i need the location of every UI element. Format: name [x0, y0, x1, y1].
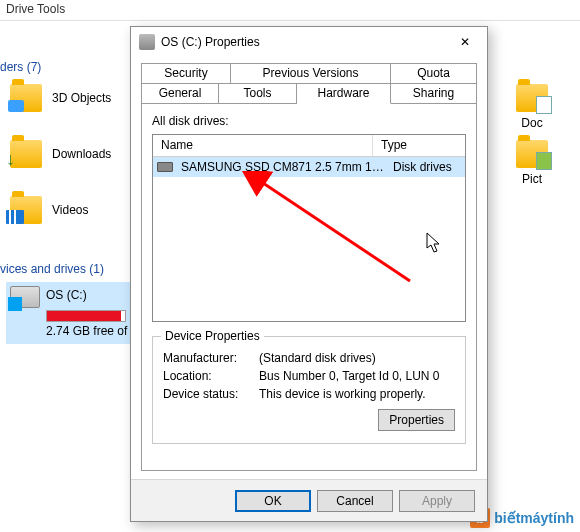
dialog-titlebar[interactable]: OS (C:) Properties ✕ [131, 27, 487, 57]
dialog-title: OS (C:) Properties [161, 35, 443, 49]
column-header-type[interactable]: Type [373, 135, 465, 156]
device-status-value: This device is working properly. [259, 387, 455, 401]
cancel-button[interactable]: Cancel [317, 490, 393, 512]
list-header[interactable]: Name Type [153, 135, 465, 157]
devices-group-header: vices and drives (1) [0, 262, 104, 276]
device-status-label: Device status: [163, 387, 259, 401]
close-button[interactable]: ✕ [443, 27, 487, 57]
folder-icon [10, 196, 42, 224]
list-row[interactable]: SAMSUNG SSD CM871 2.5 7mm 128GB Disk dri… [153, 157, 465, 177]
disk-drive-icon [157, 162, 173, 172]
drive-item-os-c[interactable]: OS (C:) 2.74 GB free of [6, 282, 132, 344]
folder-label: Doc [521, 116, 542, 130]
folder-icon [10, 84, 42, 112]
group-legend: Device Properties [161, 329, 264, 343]
location-label: Location: [163, 369, 259, 383]
drive-label: OS (C:) [46, 288, 128, 302]
folder-item-documents[interactable]: Doc [516, 84, 548, 130]
properties-button[interactable]: Properties [378, 409, 455, 431]
ok-button[interactable]: OK [235, 490, 311, 512]
tab-previous-versions[interactable]: Previous Versions [231, 63, 391, 84]
folder-label: 3D Objects [52, 91, 111, 105]
folder-item-3d-objects[interactable]: 3D Objects [10, 84, 111, 112]
column-header-name[interactable]: Name [153, 135, 373, 156]
ribbon-divider [0, 20, 580, 21]
device-properties-group: Device Properties Manufacturer: (Standar… [152, 336, 466, 444]
folder-icon [10, 140, 42, 168]
row-name: SAMSUNG SSD CM871 2.5 7mm 128GB [177, 160, 389, 174]
ribbon-tab-drive-tools[interactable]: Drive Tools [6, 2, 65, 16]
properties-dialog: OS (C:) Properties ✕ Security Previous V… [130, 26, 488, 522]
dialog-button-row: OK Cancel Apply [131, 479, 487, 521]
tab-strip: Security Previous Versions Quota General… [141, 63, 477, 104]
tab-general[interactable]: General [141, 83, 219, 104]
close-icon: ✕ [460, 35, 470, 49]
folder-item-downloads[interactable]: Downloads [10, 140, 111, 168]
drive-free-text: 2.74 GB free of [46, 324, 128, 338]
tab-sharing[interactable]: Sharing [391, 83, 477, 104]
watermark-text: biếtmáytính [494, 510, 574, 526]
folder-label: Downloads [52, 147, 111, 161]
folders-group-header: ders (7) [0, 60, 41, 74]
manufacturer-label: Manufacturer: [163, 351, 259, 365]
tab-hardware[interactable]: Hardware [297, 83, 391, 104]
tab-page-hardware: All disk drives: Name Type SAMSUNG SSD C… [141, 103, 477, 471]
apply-button[interactable]: Apply [399, 490, 475, 512]
location-value: Bus Number 0, Target Id 0, LUN 0 [259, 369, 455, 383]
folder-icon [516, 84, 548, 112]
manufacturer-value: (Standard disk drives) [259, 351, 455, 365]
drive-space-gauge [46, 310, 126, 322]
all-disk-drives-label: All disk drives: [152, 114, 466, 128]
drive-icon [139, 34, 155, 50]
tab-quota[interactable]: Quota [391, 63, 477, 84]
folder-icon [516, 140, 548, 168]
tab-tools[interactable]: Tools [219, 83, 297, 104]
folder-item-pictures[interactable]: Pict [516, 140, 548, 186]
disk-drives-list[interactable]: Name Type SAMSUNG SSD CM871 2.5 7mm 128G… [152, 134, 466, 322]
drive-icon [10, 286, 40, 308]
tab-security[interactable]: Security [141, 63, 231, 84]
row-type: Disk drives [389, 160, 465, 174]
folder-item-videos[interactable]: Videos [10, 196, 88, 224]
folder-label: Pict [522, 172, 542, 186]
folder-label: Videos [52, 203, 88, 217]
